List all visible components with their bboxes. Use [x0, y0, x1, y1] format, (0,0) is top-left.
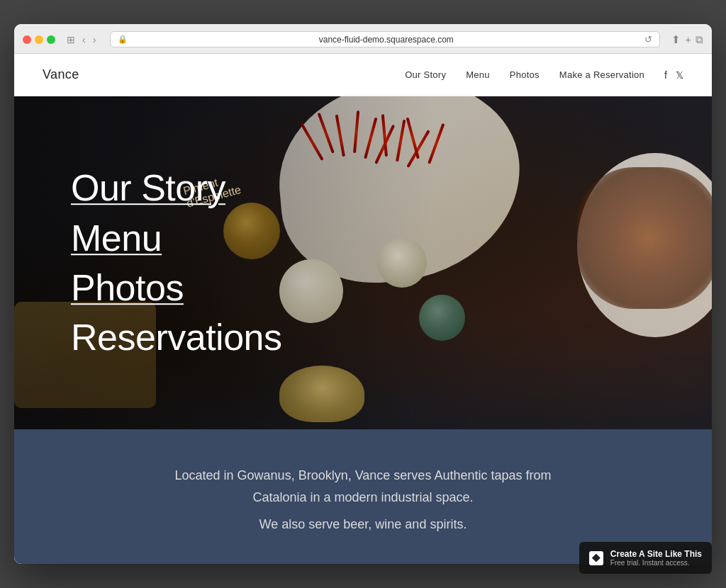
- browser-actions: ⬆ + ⧉: [671, 33, 703, 46]
- site-logo: Vance: [43, 67, 79, 82]
- squarespace-logo-diamond: [592, 554, 601, 562]
- nav-reservation[interactable]: Make a Reservation: [559, 69, 644, 80]
- lock-icon: 🔒: [118, 35, 128, 44]
- close-button[interactable]: [23, 35, 31, 44]
- browser-chrome: ⊞ ‹ › 🔒 vance-fluid-demo.squarespace.com…: [14, 24, 712, 54]
- site-content: Vance Our Story Menu Photos Make a Reser…: [14, 54, 712, 564]
- squarespace-logo: [589, 551, 603, 565]
- squarespace-badge[interactable]: Create A Site Like This Free trial. Inst…: [579, 542, 712, 574]
- back-button[interactable]: ‹: [79, 33, 89, 47]
- facebook-icon[interactable]: f: [664, 69, 667, 81]
- nav-photos[interactable]: Photos: [510, 69, 540, 80]
- nav-menu[interactable]: Menu: [466, 69, 490, 80]
- hero-section: Pimentd'Espelette Our Story Menu Photos …: [14, 96, 712, 429]
- info-paragraph-1: Located in Gowanus, Brooklyn, Vance serv…: [150, 465, 576, 508]
- maximize-button[interactable]: [47, 35, 55, 44]
- twitter-icon[interactable]: 𝕏: [676, 69, 683, 81]
- badge-subtitle: Free trial. Instant access.: [610, 559, 702, 567]
- nav-links: Our Story Menu Photos Make a Reservation…: [405, 69, 683, 81]
- sidebar-toggle-button[interactable]: ⊞: [64, 33, 78, 47]
- info-paragraph-2: We also serve beer, wine and spirits.: [150, 514, 576, 536]
- address-bar[interactable]: 🔒 vance-fluid-demo.squarespace.com ↺: [110, 31, 660, 47]
- nav-our-story[interactable]: Our Story: [405, 69, 446, 80]
- reload-icon: ↺: [644, 34, 652, 45]
- badge-text: Create A Site Like This Free trial. Inst…: [610, 549, 702, 567]
- traffic-lights: [23, 35, 55, 44]
- hero-nav: Our Story Menu Photos Reservations: [71, 163, 281, 363]
- tabs-icon[interactable]: ⧉: [696, 33, 703, 46]
- browser-nav-buttons: ⊞ ‹ ›: [64, 33, 99, 47]
- hero-nav-menu[interactable]: Menu: [71, 213, 281, 263]
- share-icon[interactable]: ⬆: [671, 33, 681, 46]
- url-text: vance-fluid-demo.squarespace.com: [132, 35, 640, 45]
- browser-window: ⊞ ‹ › 🔒 vance-fluid-demo.squarespace.com…: [14, 24, 712, 564]
- hero-nav-our-story[interactable]: Our Story: [71, 163, 281, 213]
- new-tab-icon[interactable]: +: [685, 33, 691, 46]
- social-icons: f 𝕏: [664, 69, 683, 81]
- site-nav: Vance Our Story Menu Photos Make a Reser…: [14, 54, 712, 96]
- minimize-button[interactable]: [35, 35, 43, 44]
- forward-button[interactable]: ›: [90, 33, 99, 47]
- hero-nav-reservations[interactable]: Reservations: [71, 313, 281, 363]
- badge-title: Create A Site Like This: [610, 549, 702, 559]
- hero-nav-photos[interactable]: Photos: [71, 263, 281, 312]
